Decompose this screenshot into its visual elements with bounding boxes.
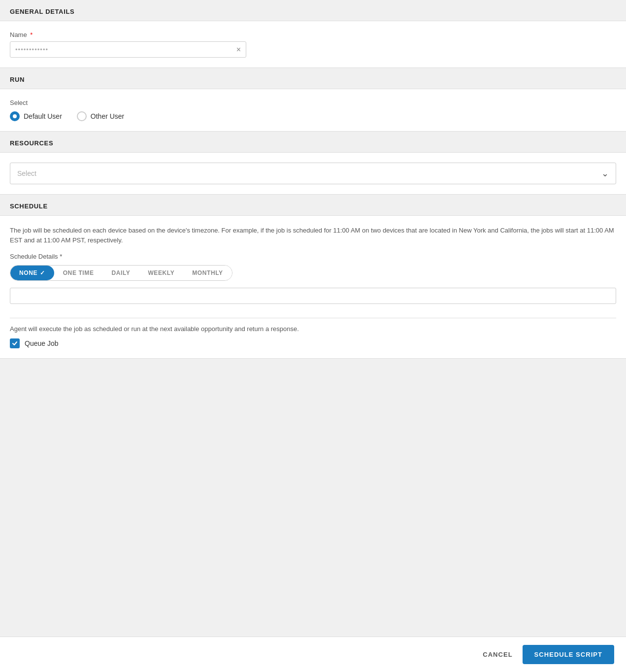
resources-header: RESOURCES	[0, 132, 626, 152]
radio-label-other-user: Other User	[91, 112, 124, 120]
clear-button[interactable]: ×	[235, 45, 242, 55]
schedule-details-label: Schedule Details *	[10, 253, 616, 260]
schedule-input[interactable]	[10, 288, 616, 304]
general-details-body: Name * ×	[0, 21, 626, 68]
resources-body: Select ⌄	[0, 152, 626, 195]
schedule-section: SCHEDULE The job will be scheduled on ea…	[0, 195, 626, 359]
name-required-indicator: *	[30, 31, 33, 38]
chevron-down-icon: ⌄	[601, 168, 609, 179]
schedule-title: SCHEDULE	[10, 202, 48, 210]
schedule-tabs: NONE ✓ ONE TIME DAILY WEEKLY MONTHLY	[10, 265, 232, 281]
divider	[10, 318, 616, 318]
tab-daily[interactable]: DAILY	[103, 266, 139, 280]
page-content: GENERAL DETAILS Name * × RUN Select Defa…	[0, 0, 626, 637]
queue-job-checkbox[interactable]	[10, 338, 20, 348]
run-header: RUN	[0, 68, 626, 89]
run-section: RUN Select Default User Other User	[0, 68, 626, 132]
radio-option-default-user[interactable]: Default User	[10, 111, 62, 121]
cancel-button[interactable]: CANCEL	[483, 651, 512, 658]
radio-circle-default-user	[10, 111, 20, 121]
radio-group: Default User Other User	[10, 111, 616, 121]
general-details-header: GENERAL DETAILS	[0, 0, 626, 21]
footer: CANCEL SCHEDULE SCRIPT	[0, 637, 626, 672]
general-details-section: GENERAL DETAILS Name * ×	[0, 0, 626, 68]
name-input[interactable]	[10, 42, 246, 57]
tab-one-time[interactable]: ONE TIME	[54, 266, 103, 280]
resources-select-placeholder: Select	[17, 169, 36, 177]
tab-weekly[interactable]: WEEKLY	[139, 266, 183, 280]
schedule-header: SCHEDULE	[0, 195, 626, 215]
schedule-script-button[interactable]: SCHEDULE SCRIPT	[523, 645, 614, 664]
run-body: Select Default User Other User	[0, 89, 626, 132]
name-input-wrapper: ×	[10, 41, 246, 58]
queue-description: Agent will execute the job as scheduled …	[10, 325, 616, 333]
resources-select-dropdown[interactable]: Select ⌄	[10, 163, 616, 184]
checkmark-icon	[12, 340, 18, 346]
resources-section: RESOURCES Select ⌄	[0, 132, 626, 195]
radio-label-default-user: Default User	[24, 112, 62, 120]
tab-none[interactable]: NONE ✓	[10, 266, 54, 280]
run-select-label: Select	[10, 99, 616, 106]
resources-title: RESOURCES	[10, 139, 53, 147]
queue-job-label: Queue Job	[25, 339, 59, 347]
schedule-description: The job will be scheduled on each device…	[10, 226, 616, 245]
radio-circle-other-user	[77, 111, 87, 121]
general-details-title: GENERAL DETAILS	[10, 8, 74, 15]
run-title: RUN	[10, 76, 25, 83]
queue-job-row: Queue Job	[10, 338, 616, 348]
tab-monthly[interactable]: MONTHLY	[183, 266, 231, 280]
check-icon: ✓	[40, 269, 45, 276]
schedule-required-indicator: *	[60, 253, 62, 260]
radio-option-other-user[interactable]: Other User	[77, 111, 124, 121]
name-label: Name *	[10, 31, 616, 38]
schedule-body: The job will be scheduled on each device…	[0, 215, 626, 359]
